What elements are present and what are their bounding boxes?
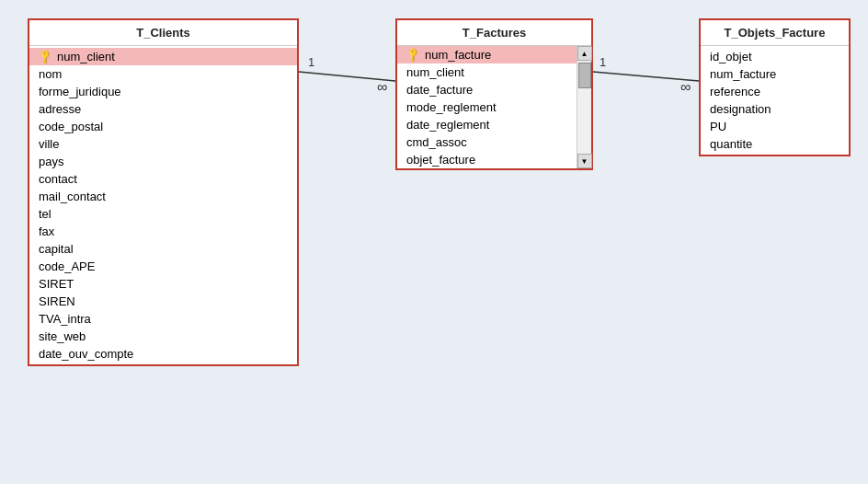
key-icon: 🔑 bbox=[404, 46, 421, 63]
svg-line-1 bbox=[593, 72, 699, 81]
field-name: mail_contact bbox=[39, 190, 106, 203]
t-clients-header: T_Clients bbox=[29, 20, 297, 46]
field-name: nom bbox=[39, 67, 62, 81]
t-factures-header: T_Factures bbox=[397, 20, 591, 46]
field-name: TVA_intra bbox=[39, 312, 91, 326]
field-site-web: site_web bbox=[29, 328, 297, 345]
field-date-facture: date_facture bbox=[397, 81, 577, 98]
key-icon: 🔑 bbox=[36, 48, 53, 65]
field-nom: nom bbox=[29, 65, 297, 83]
field-name: tel bbox=[39, 207, 51, 221]
field-name: date_facture bbox=[406, 83, 473, 97]
factures-wrapper: 🔑 num_facture num_client date_facture mo… bbox=[397, 46, 591, 168]
table-t-clients: T_Clients 🔑 num_client nom forme_juridiq… bbox=[28, 18, 299, 366]
field-mode-reglement: mode_reglement bbox=[397, 98, 577, 116]
rel-label-1b: 1 bbox=[600, 55, 606, 69]
field-name: num_facture bbox=[425, 48, 491, 62]
table-t-factures: T_Factures 🔑 num_facture num_client date… bbox=[395, 18, 593, 170]
field-name: ville bbox=[39, 137, 59, 151]
field-name: num_facture bbox=[710, 67, 776, 81]
field-pu: PU bbox=[701, 118, 849, 135]
field-name: SIREN bbox=[39, 294, 75, 308]
t-objets-header: T_Objets_Facture bbox=[701, 20, 849, 46]
field-name: capital bbox=[39, 242, 74, 256]
field-quantite: quantite bbox=[701, 135, 849, 153]
table-t-objets: T_Objets_Facture id_objet num_facture re… bbox=[699, 18, 851, 156]
field-adresse: adresse bbox=[29, 100, 297, 118]
field-reference: reference bbox=[701, 83, 849, 100]
t-objets-fields: id_objet num_facture reference designati… bbox=[701, 46, 849, 155]
field-name: date_reglement bbox=[406, 118, 489, 132]
field-num-facture: 🔑 num_facture bbox=[397, 46, 577, 63]
field-ville: ville bbox=[29, 135, 297, 153]
field-name: code_postal bbox=[39, 120, 103, 133]
field-name: mode_reglement bbox=[406, 100, 497, 114]
scrollbar-factures[interactable]: ▲ ▼ bbox=[577, 46, 591, 168]
field-tel: tel bbox=[29, 205, 297, 223]
field-name: PU bbox=[710, 120, 726, 133]
field-name: objet_facture bbox=[406, 153, 475, 167]
field-contact: contact bbox=[29, 170, 297, 188]
rel-label-inf-a: ∞ bbox=[377, 79, 387, 95]
field-name: pays bbox=[39, 155, 63, 168]
field-name: num_client bbox=[406, 65, 464, 79]
field-id-objet: id_objet bbox=[701, 48, 849, 65]
factures-fields: 🔑 num_facture num_client date_facture mo… bbox=[397, 46, 577, 168]
field-tva-intra: TVA_intra bbox=[29, 310, 297, 328]
field-name: adresse bbox=[39, 102, 81, 116]
field-name: quantite bbox=[710, 137, 752, 151]
field-siret: SIRET bbox=[29, 275, 297, 293]
field-name: date_ouv_compte bbox=[39, 347, 133, 361]
rel-label-inf-b: ∞ bbox=[680, 79, 691, 95]
field-date-ouv: date_ouv_compte bbox=[29, 345, 297, 363]
scroll-thumb[interactable] bbox=[578, 63, 591, 88]
field-forme-juridique: forme_juridique bbox=[29, 83, 297, 100]
field-name: contact bbox=[39, 172, 77, 186]
field-num-facture-o: num_facture bbox=[701, 65, 849, 83]
field-name: forme_juridique bbox=[39, 85, 121, 98]
t-clients-fields: 🔑 num_client nom forme_juridique adresse… bbox=[29, 46, 297, 364]
field-name: num_client bbox=[57, 50, 115, 63]
field-date-reglement: date_reglement bbox=[397, 116, 577, 133]
field-name: reference bbox=[710, 85, 760, 98]
rel-label-1a: 1 bbox=[308, 55, 314, 69]
field-name: cmd_assoc bbox=[406, 135, 467, 149]
field-name: code_APE bbox=[39, 259, 95, 273]
field-fax: fax bbox=[29, 223, 297, 240]
field-code-ape: code_APE bbox=[29, 258, 297, 275]
field-name: site_web bbox=[39, 329, 86, 343]
field-name: id_objet bbox=[710, 50, 752, 63]
field-name: designation bbox=[710, 102, 771, 116]
field-designation: designation bbox=[701, 100, 849, 118]
scroll-down-btn[interactable]: ▼ bbox=[577, 154, 592, 168]
field-cmd-assoc: cmd_assoc bbox=[397, 133, 577, 151]
field-capital: capital bbox=[29, 240, 297, 258]
field-code-postal: code_postal bbox=[29, 118, 297, 135]
svg-line-0 bbox=[299, 72, 395, 81]
diagram-canvas: 1 ∞ 1 ∞ T_Clients 🔑 num_client nom forme… bbox=[0, 0, 868, 484]
field-objet-facture: objet_facture bbox=[397, 151, 577, 168]
field-mail-contact: mail_contact bbox=[29, 188, 297, 205]
field-name: SIRET bbox=[39, 277, 74, 291]
scroll-up-btn[interactable]: ▲ bbox=[577, 46, 592, 61]
field-siren: SIREN bbox=[29, 293, 297, 310]
field-name: fax bbox=[39, 225, 54, 238]
field-num-client: 🔑 num_client bbox=[29, 48, 297, 65]
field-num-client-f: num_client bbox=[397, 63, 577, 81]
field-pays: pays bbox=[29, 153, 297, 170]
